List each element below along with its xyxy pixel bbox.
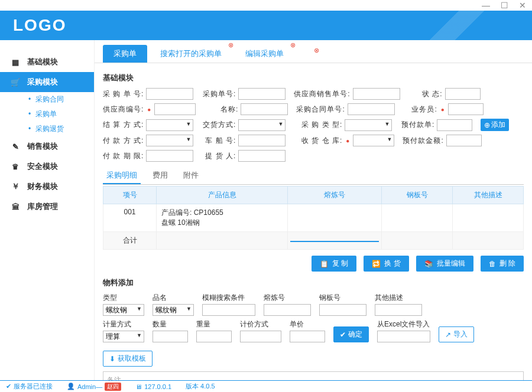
unit-price-input[interactable] xyxy=(290,331,325,342)
pay-method-select[interactable] xyxy=(146,135,193,146)
check-icon: ✔ xyxy=(340,331,346,339)
copy-button[interactable]: 📋复 制 xyxy=(312,256,356,272)
label: 采 购 单 号: xyxy=(103,89,144,99)
confirm-button[interactable]: ✔确定 xyxy=(333,326,369,342)
contract-no-input[interactable] xyxy=(348,103,395,115)
label: 预付款单: xyxy=(400,120,434,130)
label: 计量方式 xyxy=(103,319,144,329)
copy-icon: 📋 xyxy=(320,260,329,268)
app-header: LOGO xyxy=(0,11,532,40)
detail-grid: 项号 产品信息 熔炼号 钢板号 其他描述 001 产品编号: CP10655 盘… xyxy=(103,186,524,250)
material-type-select[interactable]: 螺纹钢 xyxy=(103,304,144,316)
sidebar-label: 库房管理 xyxy=(27,201,58,212)
label: 收 货 仓 库: xyxy=(294,136,342,146)
batch-edit-button[interactable]: 📚批量编辑 xyxy=(416,256,473,272)
remark-box[interactable]: 备注 xyxy=(103,371,524,380)
label: 数量 xyxy=(153,319,188,329)
melt-no-input[interactable] xyxy=(264,304,311,316)
subtab-detail[interactable]: 采购明细 xyxy=(103,168,141,184)
close-icon[interactable]: ⊗ xyxy=(228,41,233,49)
window-minimize[interactable]: — xyxy=(482,1,490,10)
sidebar-sub-return[interactable]: 采购退货 xyxy=(0,122,94,136)
ip-status: 🖥127.0.0.1 xyxy=(135,383,171,390)
sidebar-sub-order[interactable]: 采购单 xyxy=(0,107,94,122)
subtab-attach[interactable]: 附件 xyxy=(180,168,202,184)
qty-input[interactable] xyxy=(153,331,188,342)
purchase-type-select[interactable] xyxy=(345,119,392,131)
plus-icon: ⊕ xyxy=(484,121,490,129)
fuzzy-search-input[interactable] xyxy=(202,304,255,316)
tab-search-open[interactable]: 搜索打开的采购单⊗ xyxy=(150,45,232,63)
table-row[interactable]: 001 产品编号: CP10655 盘螺 10湘钢 xyxy=(103,204,524,232)
swap-icon: 🔁 xyxy=(372,260,381,268)
supplier-code-input[interactable] xyxy=(154,103,196,115)
sidebar-item-security[interactable]: ♛ 安全模块 xyxy=(0,156,94,177)
tab-edit-order[interactable]: 编辑采购单⊗ xyxy=(235,45,294,63)
status-bar: ✔服务器已连接 👤Admin—赵四 🖥127.0.0.1 版本 4.0.5 xyxy=(0,380,532,392)
sidebar-item-finance[interactable]: ￥ 财务模块 xyxy=(0,177,94,197)
warehouse-select[interactable] xyxy=(353,135,394,146)
user-status: 👤Admin—赵四 xyxy=(67,383,121,391)
label: 品名 xyxy=(153,293,194,303)
swap-button[interactable]: 🔁换 货 xyxy=(364,256,408,272)
sidebar-item-purchase[interactable]: 🛒 采购模块 xyxy=(0,72,94,92)
plate-no-input[interactable] xyxy=(319,304,366,316)
window-close[interactable]: ✕ xyxy=(519,1,526,10)
col-melt: 熔炼号 xyxy=(288,187,382,204)
measure-method-select[interactable]: 理算 xyxy=(103,331,144,342)
sidebar-label: 基础模块 xyxy=(27,57,58,67)
delivery-method-select[interactable] xyxy=(238,119,286,131)
label: 其他描述 xyxy=(375,293,422,303)
table-footer: 合计 xyxy=(103,232,524,250)
label: 采购单号: xyxy=(202,89,236,99)
grid-icon: ▦ xyxy=(11,57,20,67)
col-item-no: 项号 xyxy=(103,187,157,204)
label: 车 船 号: xyxy=(202,136,236,146)
tab-purchase-order[interactable]: 采购单 xyxy=(103,45,147,63)
weight-input[interactable] xyxy=(196,331,232,342)
close-icon[interactable]: ⊗ xyxy=(314,47,319,54)
purchase-no-input[interactable] xyxy=(146,88,193,100)
delete-button[interactable]: 🗑删 除 xyxy=(481,256,524,272)
label: 业务员: xyxy=(403,104,437,115)
order-no-input[interactable] xyxy=(238,88,286,100)
close-icon[interactable]: ⊗ xyxy=(290,41,296,49)
sidebar: ▦ 基础模块 🛒 采购模块 采购合同 采购单 采购退货 ✎ 销售模块 ♛ 安全模… xyxy=(0,40,95,380)
label: 采 购 类 型: xyxy=(294,120,342,130)
import-button[interactable]: ↗导入 xyxy=(439,326,474,342)
sidebar-item-base[interactable]: ▦ 基础模块 xyxy=(0,52,94,72)
label: 供应商销售单号: xyxy=(294,89,350,99)
section-title-material: 物料添加 xyxy=(103,277,524,288)
pay-deadline-input[interactable] xyxy=(146,150,193,162)
shield-icon: ♛ xyxy=(11,162,20,171)
other-desc-input[interactable] xyxy=(375,304,422,316)
label: 计价方式 xyxy=(240,319,281,329)
vehicle-no-input[interactable] xyxy=(238,135,286,146)
subtab-fees[interactable]: 费用 xyxy=(149,168,171,184)
price-method-input[interactable] xyxy=(240,331,281,342)
trash-icon: 🗑 xyxy=(489,260,496,268)
window-maximize[interactable]: ☐ xyxy=(501,1,508,10)
import-icon: ↗ xyxy=(445,331,451,339)
picker-input[interactable] xyxy=(238,150,286,162)
excel-path-input[interactable] xyxy=(377,331,430,342)
prepay-order-input[interactable] xyxy=(437,119,472,131)
sidebar-sub-contract[interactable]: 采购合同 xyxy=(0,92,94,107)
settle-method-select[interactable] xyxy=(146,119,193,131)
name-input[interactable] xyxy=(241,103,288,115)
label: 熔炼号 xyxy=(264,293,311,303)
get-template-button[interactable]: ⬇获取模板 xyxy=(103,351,153,367)
label: 单价 xyxy=(290,319,325,329)
prepay-amount-input[interactable] xyxy=(446,135,482,146)
sidebar-label: 财务模块 xyxy=(27,181,58,192)
material-name-select[interactable]: 螺纹钢 xyxy=(153,304,194,316)
salesman-input[interactable] xyxy=(448,103,484,115)
label: 从Excel文件导入 xyxy=(377,319,430,329)
logo: LOGO xyxy=(13,16,66,35)
sidebar-item-warehouse[interactable]: 🏛 库房管理 xyxy=(0,197,94,217)
supplier-sales-no-input[interactable] xyxy=(353,88,400,100)
cart-icon: 🛒 xyxy=(11,77,20,87)
add-button[interactable]: ⊕添加 xyxy=(481,119,509,131)
status-input[interactable] xyxy=(445,88,481,100)
sidebar-item-sales[interactable]: ✎ 销售模块 xyxy=(0,136,94,156)
